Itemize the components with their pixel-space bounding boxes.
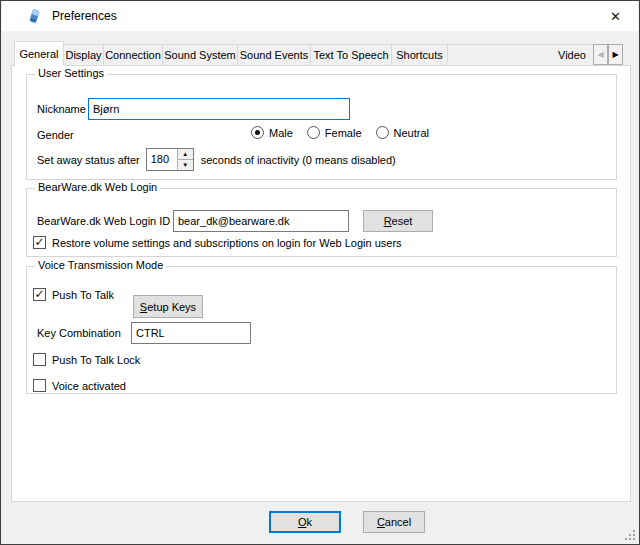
web-login-id-input[interactable]	[173, 210, 349, 232]
reset-button[interactable]: Reset	[363, 210, 433, 232]
gender-option-female[interactable]: Female	[307, 126, 362, 139]
tab-label: Sound System	[164, 49, 236, 61]
close-icon: ✕	[610, 9, 621, 24]
tab-scroll-right-button[interactable]: ▶	[608, 44, 623, 65]
away-status-row: Set away status after 180 ▲ ▼ seconds of…	[37, 148, 606, 171]
button-mnemonic: S	[140, 301, 147, 313]
spinner-up-icon: ▲	[182, 151, 188, 157]
button-label: k	[307, 516, 313, 528]
window-title: Preferences	[52, 9, 117, 23]
voice-activated-checkbox[interactable]: ✓ Voice activated	[33, 378, 126, 393]
away-label: Set away status after	[37, 154, 140, 166]
tab-general[interactable]: General	[14, 41, 64, 66]
group-user-settings: User Settings Nickname Gender MaleFemale…	[26, 74, 617, 180]
radio-icon	[251, 126, 264, 139]
radio-label: Neutral	[394, 127, 429, 139]
radio-icon	[307, 126, 320, 139]
away-suffix-label: seconds of inactivity (0 means disabled)	[201, 154, 396, 166]
group-title: Voice Transmission Mode	[35, 259, 166, 271]
group-title: User Settings	[35, 67, 107, 79]
tab-shortcuts[interactable]: Shortcuts	[391, 44, 448, 65]
restore-volume-checkbox[interactable]: ✓ Restore volume settings and subscripti…	[33, 235, 402, 250]
scroll-right-icon: ▶	[612, 50, 618, 59]
gender-radio-group: MaleFemaleNeutral	[251, 126, 429, 139]
tab-connection[interactable]: Connection	[103, 44, 163, 65]
tab-sound-system[interactable]: Sound System	[162, 44, 238, 65]
button-label: etup Keys	[147, 301, 196, 313]
push-to-talk-checkbox[interactable]: ✓ Push To Talk	[33, 287, 114, 302]
tab-label: Text To Speech	[314, 49, 389, 61]
group-title: BearWare.dk Web Login	[35, 181, 160, 193]
button-label: ancel	[385, 516, 411, 528]
checkbox-label: Push To Talk	[52, 289, 114, 301]
gender-option-neutral[interactable]: Neutral	[376, 126, 429, 139]
away-seconds-spinner[interactable]: 180 ▲ ▼	[146, 148, 194, 171]
gender-option-male[interactable]: Male	[251, 126, 293, 139]
button-mnemonic: O	[298, 516, 307, 528]
push-to-talk-lock-checkbox[interactable]: ✓ Push To Talk Lock	[33, 352, 140, 367]
button-label: eset	[392, 215, 413, 227]
tab-label: Video	[558, 49, 586, 61]
group-voice-transmission: Voice Transmission Mode ✓ Push To Talk S…	[26, 266, 617, 394]
tab-text-to-speech[interactable]: Text To Speech	[310, 44, 392, 65]
tab-pane-general: User Settings Nickname Gender MaleFemale…	[11, 65, 631, 502]
tab-label: Connection	[105, 49, 161, 61]
tab-label: Display	[65, 49, 101, 61]
resize-grip[interactable]	[623, 528, 636, 541]
tab-display[interactable]: Display	[63, 44, 104, 65]
checkbox-icon: ✓	[33, 288, 46, 301]
close-button[interactable]: ✕	[593, 1, 638, 31]
tab-scroll-left-button: ◀	[593, 44, 608, 65]
nickname-input[interactable]	[88, 98, 350, 120]
checkbox-label: Push To Talk Lock	[52, 354, 140, 366]
web-login-id-label: BearWare.dk Web Login ID	[37, 214, 170, 229]
scroll-left-icon: ◀	[597, 50, 603, 59]
key-combination-input[interactable]	[131, 322, 251, 344]
preferences-dialog: Preferences ✕ GeneralDisplayConnectionSo…	[0, 0, 640, 545]
checkbox-icon: ✓	[33, 236, 46, 249]
cancel-button[interactable]: Cancel	[363, 511, 425, 533]
spinner-value: 180	[147, 149, 177, 170]
ok-button[interactable]: Ok	[269, 511, 341, 533]
checkbox-icon: ✓	[33, 353, 46, 366]
titlebar[interactable]: Preferences ✕	[2, 1, 638, 31]
tab-label: Shortcuts	[396, 49, 442, 61]
radio-label: Male	[269, 127, 293, 139]
tab-label: General	[19, 48, 58, 60]
setup-keys-button[interactable]: Setup Keys	[133, 295, 203, 318]
spinner-down-icon: ▼	[182, 162, 188, 168]
button-mnemonic: R	[384, 215, 392, 227]
tab-bar: GeneralDisplayConnectionSound SystemSoun…	[14, 41, 593, 66]
tab-label: Sound Events	[240, 49, 309, 61]
check-icon: ✓	[34, 235, 45, 249]
button-mnemonic: C	[377, 516, 385, 528]
check-icon: ✓	[34, 287, 45, 301]
checkbox-label: Restore volume settings and subscription…	[52, 237, 402, 249]
gender-label: Gender	[37, 128, 74, 143]
tab-sound-events[interactable]: Sound Events	[237, 44, 311, 65]
checkbox-label: Voice activated	[52, 380, 126, 392]
teamtalk-app-icon	[26, 8, 42, 24]
radio-label: Female	[325, 127, 362, 139]
radio-icon	[376, 126, 389, 139]
nickname-label: Nickname	[37, 102, 86, 117]
spinner-up-button[interactable]: ▲	[178, 149, 193, 160]
tab-video[interactable]: Video	[447, 44, 593, 65]
group-web-login: BearWare.dk Web Login BearWare.dk Web Lo…	[26, 188, 617, 257]
checkbox-icon: ✓	[33, 379, 46, 392]
spinner-buttons: ▲ ▼	[177, 149, 193, 170]
spinner-down-button[interactable]: ▼	[178, 160, 193, 170]
key-combination-label: Key Combination	[37, 326, 121, 341]
